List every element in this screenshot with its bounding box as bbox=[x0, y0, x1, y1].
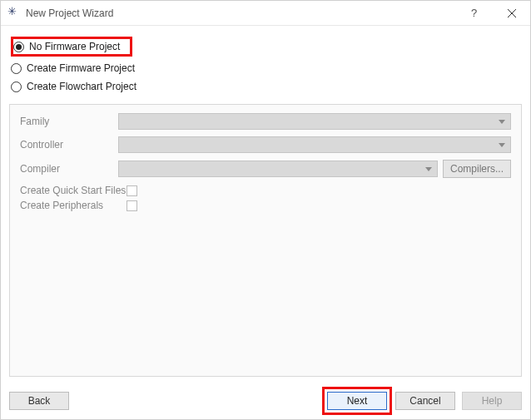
family-row: Family bbox=[20, 113, 511, 130]
compilers-button[interactable]: Compilers... bbox=[443, 160, 511, 178]
quick-start-label: Create Quick Start Files bbox=[20, 185, 127, 196]
compiler-row: Compiler Compilers... bbox=[20, 160, 511, 178]
help-icon[interactable]: ? bbox=[455, 1, 493, 25]
family-label: Family bbox=[20, 116, 118, 127]
radio-no-firmware[interactable]: No Firmware Project bbox=[9, 37, 522, 56]
cancel-button[interactable]: Cancel bbox=[395, 392, 455, 410]
wizard-content: No Firmware Project Create Firmware Proj… bbox=[1, 26, 530, 383]
family-select[interactable] bbox=[118, 113, 511, 130]
controller-row: Controller bbox=[20, 136, 511, 153]
radio-create-flowchart[interactable]: Create Flowchart Project bbox=[9, 77, 522, 96]
radio-label: Create Flowchart Project bbox=[27, 81, 136, 92]
radio-label: Create Firmware Project bbox=[27, 62, 135, 74]
quick-start-checkbox[interactable] bbox=[127, 185, 137, 196]
window-title: New Project Wizard bbox=[26, 7, 455, 19]
peripherals-label: Create Peripherals bbox=[20, 200, 127, 211]
back-button[interactable]: Back bbox=[9, 392, 69, 410]
compiler-label: Compiler bbox=[20, 163, 118, 175]
project-type-radio-group: No Firmware Project Create Firmware Proj… bbox=[9, 37, 522, 96]
highlight-no-firmware: No Firmware Project bbox=[11, 37, 132, 57]
close-icon[interactable] bbox=[493, 1, 530, 25]
wizard-footer: Back Next Cancel Help bbox=[1, 383, 530, 419]
peripherals-checkbox[interactable] bbox=[127, 200, 137, 211]
window-controls: ? bbox=[455, 1, 530, 25]
peripherals-row: Create Peripherals bbox=[20, 200, 511, 211]
firmware-settings-panel: Family Controller Compiler Compilers... … bbox=[9, 104, 522, 377]
radio-create-firmware[interactable]: Create Firmware Project bbox=[9, 59, 522, 77]
controller-label: Controller bbox=[20, 139, 118, 151]
title-bar: New Project Wizard ? bbox=[1, 1, 530, 26]
radio-label: No Firmware Project bbox=[29, 41, 120, 52]
help-button[interactable]: Help bbox=[462, 392, 522, 410]
radio-icon bbox=[13, 42, 24, 52]
compiler-select[interactable] bbox=[118, 161, 438, 177]
radio-icon bbox=[11, 63, 22, 74]
app-icon bbox=[7, 7, 21, 20]
quick-start-row: Create Quick Start Files bbox=[20, 185, 511, 196]
highlight-next: Next bbox=[322, 387, 392, 415]
controller-select[interactable] bbox=[118, 136, 511, 153]
next-button[interactable]: Next bbox=[327, 392, 387, 410]
radio-icon bbox=[11, 82, 22, 92]
